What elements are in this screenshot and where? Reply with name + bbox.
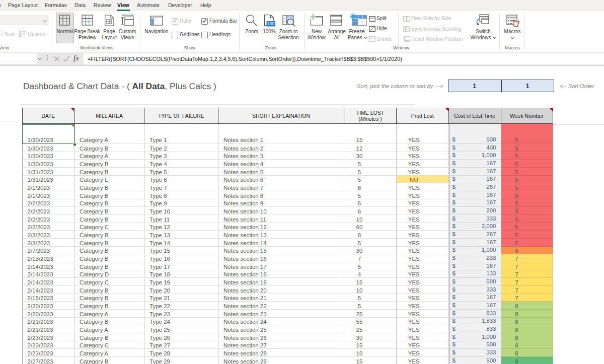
svg-text:100: 100 — [267, 21, 274, 26]
